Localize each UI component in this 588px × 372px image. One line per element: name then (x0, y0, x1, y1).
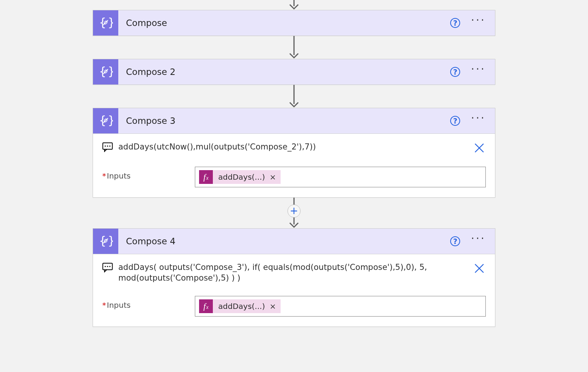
svg-text:{: { (99, 65, 106, 78)
svg-point-16 (105, 145, 106, 146)
svg-text:}: } (108, 114, 113, 127)
connector-arrow (286, 85, 302, 108)
expression-token[interactable]: addDays(...) × (213, 299, 281, 313)
svg-text:}: } (108, 234, 113, 247)
flow-designer-canvas: { } Compose ? ··· { } (0, 0, 588, 372)
connector-arrow (286, 0, 302, 10)
connector-arrow (286, 36, 302, 59)
action-card-compose-3: { } Compose 3 ? ··· (93, 108, 495, 198)
action-card-compose-4: { } Compose 4 ? ··· (93, 228, 495, 327)
svg-text:}: } (108, 65, 113, 78)
help-button[interactable]: ? (450, 18, 460, 28)
inputs-field[interactable]: fx addDays(...) × (195, 296, 486, 317)
compose-icon: { } (93, 229, 118, 254)
peek-expression: addDays(utcNow(),mul(outputs('Compose_2'… (118, 141, 467, 152)
fx-icon: fx (199, 299, 213, 313)
action-header[interactable]: { } Compose 3 ? ··· (93, 108, 495, 133)
action-header[interactable]: { } Compose ? ··· (93, 10, 495, 36)
action-title: Compose (118, 18, 450, 28)
peek-close-button[interactable] (473, 141, 486, 154)
action-header[interactable]: { } Compose 4 ? ··· (93, 229, 495, 254)
expression-token-label: addDays(...) (218, 302, 265, 311)
compose-icon: { } (93, 108, 118, 133)
fx-icon: fx (199, 170, 213, 184)
peek-close-button[interactable] (473, 262, 486, 275)
peek-expression: addDays( outputs('Compose_3'), if( equal… (118, 262, 467, 284)
svg-point-29 (109, 266, 110, 267)
token-remove-button[interactable]: × (270, 172, 276, 182)
peek-code-row: addDays( outputs('Compose_3'), if( equal… (102, 261, 486, 284)
action-title: Compose 3 (118, 116, 450, 126)
comment-icon (102, 263, 113, 273)
svg-point-28 (107, 266, 108, 267)
action-header[interactable]: { } Compose 2 ? ··· (93, 59, 495, 84)
help-button[interactable]: ? (450, 67, 460, 77)
add-step-button[interactable]: + (287, 205, 301, 218)
more-button[interactable]: ··· (471, 118, 486, 123)
more-button[interactable]: ··· (471, 69, 486, 75)
comment-icon (102, 142, 113, 152)
svg-text:{: { (99, 114, 106, 127)
expression-token-label: addDays(...) (218, 172, 265, 182)
token-remove-button[interactable]: × (270, 302, 276, 311)
action-title: Compose 4 (118, 236, 450, 246)
connector-arrow: + (286, 198, 302, 228)
inputs-label: *Inputs (102, 296, 195, 310)
more-button[interactable]: ··· (471, 239, 486, 244)
svg-point-18 (109, 145, 110, 146)
action-card-compose: { } Compose ? ··· (93, 10, 495, 36)
svg-point-27 (105, 266, 106, 267)
help-button[interactable]: ? (450, 236, 460, 246)
action-title: Compose 2 (118, 67, 450, 77)
action-card-compose-2: { } Compose 2 ? ··· (93, 59, 495, 85)
inputs-label: *Inputs (102, 167, 195, 180)
svg-text:{: { (99, 234, 106, 247)
compose-icon: { } (93, 59, 118, 84)
help-button[interactable]: ? (450, 116, 460, 126)
svg-point-17 (107, 145, 108, 146)
expression-token[interactable]: addDays(...) × (213, 170, 281, 184)
compose-icon: { } (93, 10, 118, 36)
svg-text:{: { (99, 16, 106, 29)
inputs-field[interactable]: fx addDays(...) × (195, 167, 486, 187)
svg-text:}: } (108, 16, 113, 29)
peek-code-row: addDays(utcNow(),mul(outputs('Compose_2'… (102, 141, 486, 155)
more-button[interactable]: ··· (471, 20, 486, 26)
